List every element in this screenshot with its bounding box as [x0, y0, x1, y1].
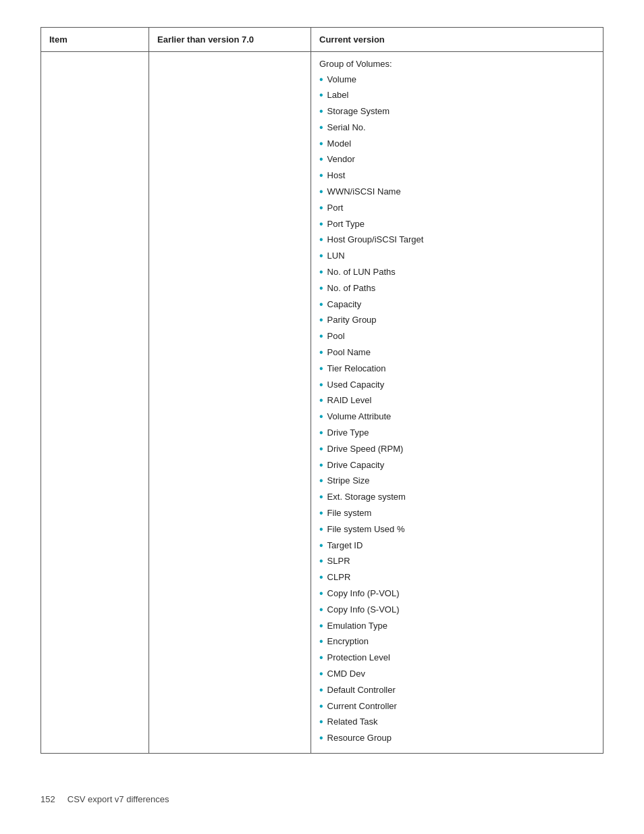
list-item: •Storage System	[319, 104, 595, 120]
list-item-text: Model	[327, 137, 351, 151]
list-item-text: Port Type	[327, 217, 365, 231]
list-item: •CLPR	[319, 570, 595, 586]
list-item-text: RAID Level	[327, 394, 372, 407]
list-item-text: File system Used %	[327, 523, 405, 536]
list-item-text: Vendor	[327, 153, 355, 166]
list-item: •Host Group/iSCSI Target	[319, 232, 595, 249]
list-item: •Protection Level	[319, 650, 595, 667]
list-item: •Volume	[319, 72, 595, 88]
list-item-text: Pool	[327, 330, 345, 343]
list-item-text: Drive Capacity	[327, 459, 385, 472]
bullet-icon: •	[319, 587, 323, 601]
bullet-icon: •	[319, 217, 323, 232]
bullet-icon: •	[319, 603, 323, 617]
list-item: •No. of Paths	[319, 280, 595, 296]
bullet-icon: •	[319, 265, 323, 280]
bullet-icon: •	[319, 121, 323, 135]
list-item-text: WWN/iSCSI Name	[327, 185, 401, 199]
header-current: Current version	[311, 28, 603, 52]
list-item: •Label	[319, 88, 595, 104]
list-item: •Port	[319, 200, 595, 216]
bullet-icon: •	[319, 298, 323, 312]
list-item-text: CLPR	[327, 571, 351, 584]
bullet-icon: •	[319, 346, 323, 360]
header-item: Item	[41, 28, 149, 52]
list-item: •Drive Type	[319, 425, 595, 442]
list-item-text: Storage System	[327, 105, 390, 118]
list-item-text: LUN	[327, 249, 345, 263]
cell-item	[41, 52, 149, 754]
bullet-icon: •	[319, 185, 323, 199]
list-item-text: Copy Info (P-VOL)	[327, 587, 400, 600]
bullet-icon: •	[319, 249, 323, 263]
list-item-text: Protection Level	[327, 651, 390, 664]
bullet-icon: •	[319, 490, 323, 504]
list-item-text: Emulation Type	[327, 619, 387, 633]
list-item: •Capacity	[319, 296, 595, 313]
list-item: •Drive Capacity	[319, 457, 595, 473]
bullet-icon: •	[319, 523, 323, 537]
list-item-text: Used Capacity	[327, 378, 385, 392]
bullet-icon: •	[319, 635, 323, 649]
list-item-text: Current Controller	[327, 700, 397, 713]
bullet-icon: •	[319, 539, 323, 553]
bullet-icon: •	[319, 330, 323, 344]
list-item: •No. of LUN Paths	[319, 265, 595, 281]
list-item: •Copy Info (S-VOL)	[319, 602, 595, 618]
list-item: •Target ID	[319, 538, 595, 554]
bullet-icon: •	[319, 233, 323, 247]
list-item: •Parity Group	[319, 313, 595, 329]
table-row: Group of Volumes:•Volume•Label•Storage S…	[41, 52, 603, 754]
cell-earlier	[149, 52, 311, 754]
bullet-icon: •	[319, 459, 323, 473]
list-item-text: File system	[327, 506, 372, 520]
bullet-icon: •	[319, 313, 323, 328]
list-item: •Related Task	[319, 714, 595, 731]
list-item-text: Port	[327, 201, 344, 215]
bullet-icon: •	[319, 137, 323, 151]
list-item-text: CMD Dev	[327, 667, 365, 681]
bullet-icon: •	[319, 73, 323, 87]
comparison-table: Item Earlier than version 7.0 Current ve…	[41, 27, 603, 754]
group-label: Group of Volumes:	[319, 59, 595, 69]
header-earlier: Earlier than version 7.0	[149, 28, 311, 52]
bullet-list: •Volume•Label•Storage System•Serial No.•…	[319, 72, 595, 746]
list-item-text: Ext. Storage system	[327, 490, 406, 504]
bullet-icon: •	[319, 667, 323, 681]
list-item-text: No. of LUN Paths	[327, 265, 396, 279]
bullet-icon: •	[319, 619, 323, 633]
list-item: •Stripe Size	[319, 473, 595, 490]
bullet-icon: •	[319, 378, 323, 392]
list-item: •Vendor	[319, 152, 595, 168]
bullet-icon: •	[319, 571, 323, 585]
bullet-icon: •	[319, 554, 323, 569]
list-item-text: Capacity	[327, 298, 362, 311]
bullet-icon: •	[319, 153, 323, 167]
list-item: •Pool	[319, 329, 595, 345]
footer: 152 CSV export v7 differences	[41, 794, 603, 804]
bullet-icon: •	[319, 88, 323, 103]
list-item: •File system Used %	[319, 521, 595, 538]
list-item: •Encryption	[319, 634, 595, 650]
list-item-text: Pool Name	[327, 346, 371, 359]
list-item-text: No. of Paths	[327, 282, 376, 295]
list-item-text: Related Task	[327, 715, 378, 729]
list-item-text: Host	[327, 169, 346, 182]
bullet-icon: •	[319, 474, 323, 488]
list-item: •File system	[319, 506, 595, 522]
list-item-text: Copy Info (S-VOL)	[327, 603, 400, 617]
list-item: •Volume Attribute	[319, 409, 595, 425]
list-item-text: Serial No.	[327, 121, 366, 134]
list-item-text: Host Group/iSCSI Target	[327, 233, 424, 246]
list-item: •RAID Level	[319, 393, 595, 409]
bullet-icon: •	[319, 683, 323, 698]
list-item: •CMD Dev	[319, 666, 595, 682]
list-item-text: Volume Attribute	[327, 410, 392, 423]
list-item-text: Target ID	[327, 539, 363, 552]
bullet-icon: •	[319, 282, 323, 296]
page-container: Item Earlier than version 7.0 Current ve…	[0, 0, 644, 834]
footer-label: CSV export v7 differences	[68, 794, 169, 804]
page-number: 152	[41, 794, 55, 804]
list-item-text: Encryption	[327, 635, 369, 648]
list-item: •LUN	[319, 249, 595, 265]
